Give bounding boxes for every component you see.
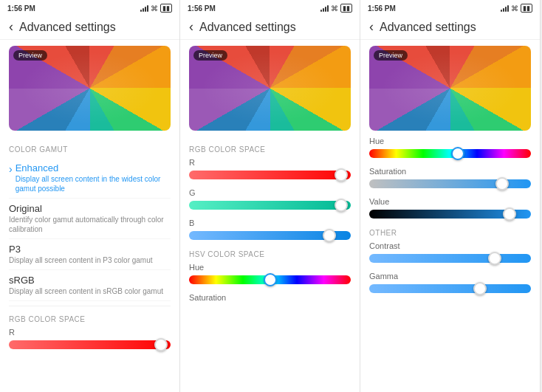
slider-val-group: Value — [369, 197, 531, 220]
panel-3: 1:56 PM ⌘ ▮▮ ‹ Advanced settings Preview… — [360, 0, 541, 392]
slider-g-label: G — [189, 188, 351, 197]
gamut-enhanced-name: Enhanced — [16, 162, 171, 173]
page-title-3: Advanced settings — [380, 21, 476, 34]
signal-icon-2 — [320, 5, 329, 12]
back-button-2[interactable]: ‹ — [189, 19, 193, 35]
gamut-p3-name: P3 — [9, 244, 171, 255]
slider-gamma-thumb[interactable] — [473, 282, 487, 295]
header-2: ‹ Advanced settings — [180, 15, 360, 40]
preview-2: Preview — [189, 46, 351, 131]
slider-g-thumb[interactable] — [335, 199, 348, 212]
back-button-3[interactable]: ‹ — [369, 19, 374, 35]
time-2: 1:56 PM — [188, 4, 216, 13]
slider-r-group: R — [9, 328, 171, 351]
gamut-option-enhanced[interactable]: › Enhanced Display all screen content in… — [9, 158, 171, 199]
panel-3-content: Hue Saturation Value — [360, 137, 540, 392]
active-indicator: › — [9, 163, 13, 175]
preview-badge-1: Preview — [13, 50, 47, 61]
slider-b-label: B — [189, 219, 351, 227]
wifi-icon: ⌘ — [151, 4, 158, 13]
slider-hue2-thumb[interactable] — [451, 147, 464, 160]
slider-hue[interactable] — [189, 274, 351, 286]
page-title-1: Advanced settings — [19, 21, 116, 34]
time-1: 1:56 PM — [7, 4, 35, 13]
slider-hue2-group: Hue — [369, 137, 531, 159]
slider-hue-thumb[interactable] — [264, 273, 277, 286]
panel-1: 1:56 PM ⌘ ▮▮ ‹ Advanced settings Preview… — [0, 0, 180, 392]
preview-1: Preview — [9, 46, 171, 131]
status-icons-2: ⌘ ▮▮ — [320, 4, 352, 13]
panel-1-content: COLOR GAMUT › Enhanced Display all scree… — [0, 137, 179, 392]
panel-2: 1:56 PM ⌘ ▮▮ ‹ Advanced settings Preview… — [180, 0, 360, 392]
wifi-icon-2: ⌘ — [331, 4, 338, 13]
slider-b-track — [189, 231, 351, 240]
gamut-option-original[interactable]: Original Identify color gamut automatica… — [9, 199, 171, 239]
gamut-original-name: Original — [9, 203, 171, 214]
slider-g[interactable] — [189, 199, 351, 211]
panel-2-content: RGB COLOR SPACE R G B — [180, 137, 360, 392]
slider-hue-track — [189, 275, 351, 284]
status-icons-1: ⌘ ▮▮ — [140, 4, 172, 13]
slider-hue-group: Hue — [189, 263, 351, 286]
section-rgb-1: RGB COLOR SPACE — [9, 315, 171, 323]
time-3: 1:56 PM — [368, 4, 396, 13]
gamut-option-p3[interactable]: P3 Display all screen content in P3 colo… — [9, 239, 171, 270]
slider-hue2-label: Hue — [369, 137, 531, 145]
section-other: OTHER — [369, 229, 531, 237]
slider-g-track — [189, 201, 351, 210]
slider-gamma-track — [369, 284, 531, 293]
section-color-gamut: COLOR GAMUT — [9, 145, 171, 154]
header-3: ‹ Advanced settings — [360, 15, 540, 40]
slider-val[interactable] — [369, 208, 531, 220]
status-icons-3: ⌘ ▮▮ — [501, 4, 532, 13]
slider-hue2-track — [369, 149, 531, 158]
page-title-2: Advanced settings — [199, 21, 296, 34]
slider-r-label: R — [9, 328, 171, 337]
slider-contrast-label: Contrast — [369, 241, 531, 250]
slider-sat-label: Saturation — [369, 167, 531, 176]
slider-b[interactable] — [189, 230, 351, 241]
slider-b-group: B — [189, 219, 351, 241]
preview-badge-3: Preview — [374, 50, 408, 61]
back-button-1[interactable]: ‹ — [9, 19, 13, 35]
gamut-option-srgb[interactable]: sRGB Display all screen content in sRGB … — [9, 270, 171, 301]
slider-contrast-thumb[interactable] — [488, 252, 501, 265]
slider-sat-partial-label: Saturation — [189, 293, 351, 302]
slider-r2[interactable] — [189, 169, 351, 181]
slider-r2-thumb[interactable] — [335, 168, 348, 182]
status-bar-3: 1:56 PM ⌘ ▮▮ — [360, 0, 540, 15]
preview-3: Preview — [369, 46, 531, 131]
slider-gamma-label: Gamma — [369, 272, 531, 281]
slider-g-group: G — [189, 188, 351, 211]
slider-contrast-group: Contrast — [369, 241, 531, 264]
slider-val-label: Value — [369, 197, 531, 206]
slider-r[interactable] — [9, 339, 171, 351]
slider-val-thumb[interactable] — [503, 207, 516, 221]
signal-icon — [140, 5, 148, 12]
slider-sat-thumb[interactable] — [495, 177, 509, 190]
slider-r2-group: R — [189, 158, 351, 181]
gamut-srgb-desc: Display all screen content in sRGB color… — [9, 286, 171, 296]
slider-b-thumb[interactable] — [323, 229, 336, 242]
header-1: ‹ Advanced settings — [0, 15, 179, 40]
gamut-enhanced-desc: Display all screen content in the widest… — [16, 174, 171, 193]
slider-sat-track — [369, 179, 531, 188]
status-bar-2: 1:56 PM ⌘ ▮▮ — [180, 0, 360, 15]
slider-r-thumb[interactable] — [154, 338, 168, 351]
battery-icon-3: ▮▮ — [521, 4, 532, 13]
slider-r2-label: R — [189, 158, 351, 167]
wifi-icon-3: ⌘ — [511, 4, 518, 13]
slider-hue-label: Hue — [189, 263, 351, 272]
slider-contrast[interactable] — [369, 252, 531, 264]
slider-contrast-track — [369, 254, 531, 263]
preview-badge-2: Preview — [193, 50, 227, 61]
status-bar-1: 1:56 PM ⌘ ▮▮ — [0, 0, 179, 15]
slider-r-track — [9, 340, 171, 349]
battery-icon-2: ▮▮ — [340, 4, 352, 13]
slider-r2-track — [189, 171, 351, 179]
slider-sat[interactable] — [369, 178, 531, 190]
slider-gamma[interactable] — [369, 283, 531, 295]
section-rgb-2: RGB COLOR SPACE — [189, 145, 351, 154]
slider-sat-group: Saturation — [369, 167, 531, 190]
slider-hue2[interactable] — [369, 148, 531, 159]
